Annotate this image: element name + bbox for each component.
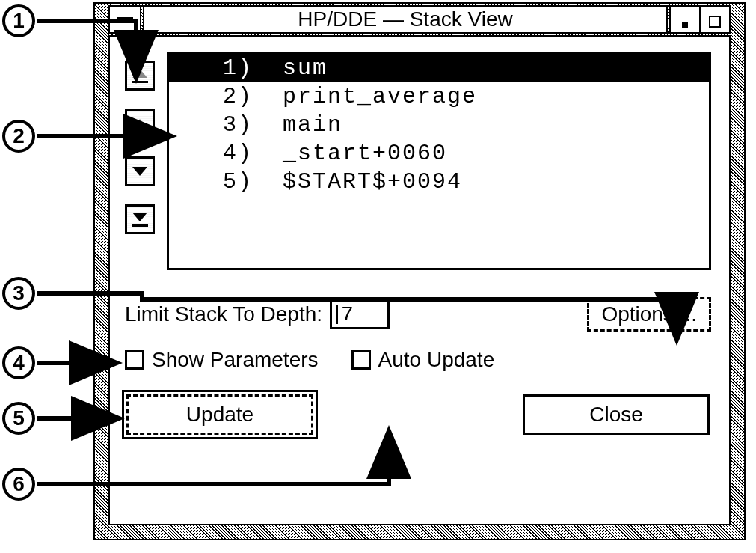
callout-5: 5 — [2, 402, 35, 435]
maximize-button[interactable] — [699, 7, 729, 32]
callout-6: 6 — [2, 468, 35, 501]
stack-row[interactable]: 5) $START$+0094 — [169, 168, 709, 196]
scroll-nav-column — [125, 52, 155, 234]
callout-2: 2 — [2, 120, 35, 153]
controls-area: Limit Stack To Depth: 7 Options ... Show… — [125, 297, 711, 435]
options-button[interactable]: Options ... — [587, 297, 711, 332]
arrow-up-icon — [132, 119, 147, 128]
titlebar: HP/DDE — Stack View — [108, 5, 731, 34]
show-parameters-label: Show Parameters — [152, 348, 319, 372]
text-caret — [336, 305, 338, 324]
system-menu-button[interactable] — [110, 7, 141, 32]
show-parameters-checkbox[interactable] — [125, 350, 144, 370]
update-button[interactable]: Update — [126, 394, 313, 435]
arrow-up-bar-icon — [132, 69, 147, 78]
callout-4: 4 — [2, 346, 35, 379]
scroll-top-button[interactable] — [125, 61, 155, 91]
stack-row[interactable]: 3) main — [169, 111, 709, 139]
scroll-down-button[interactable] — [125, 156, 155, 186]
arrow-down-icon — [132, 167, 147, 176]
close-button[interactable]: Close — [523, 394, 710, 435]
depth-label: Limit Stack To Depth: — [125, 302, 322, 326]
scroll-bottom-button[interactable] — [125, 204, 155, 234]
arrow-down-bar-icon — [132, 213, 147, 221]
window-title: HP/DDE — Stack View — [143, 7, 668, 32]
depth-value: 7 — [341, 303, 354, 326]
auto-update-checkbox[interactable] — [351, 350, 371, 370]
callout-1: 1 — [2, 4, 35, 37]
stack-row[interactable]: 2) print_average — [169, 82, 709, 111]
maximize-icon — [709, 16, 721, 28]
minimize-icon — [682, 22, 688, 28]
system-menu-icon — [117, 17, 133, 22]
depth-input[interactable]: 7 — [330, 299, 390, 329]
window: HP/DDE — Stack View — [93, 2, 746, 540]
client-area: 1) sum 2) print_average 3) main 4) _star… — [108, 35, 731, 525]
auto-update-label: Auto Update — [378, 348, 495, 372]
scroll-up-button[interactable] — [125, 109, 155, 138]
stack-row[interactable]: 1) sum — [169, 54, 709, 82]
stack-listbox[interactable]: 1) sum 2) print_average 3) main 4) _star… — [167, 52, 711, 270]
callout-3: 3 — [2, 277, 35, 310]
stack-row[interactable]: 4) _start+0060 — [169, 139, 709, 168]
minimize-button[interactable] — [669, 7, 699, 32]
